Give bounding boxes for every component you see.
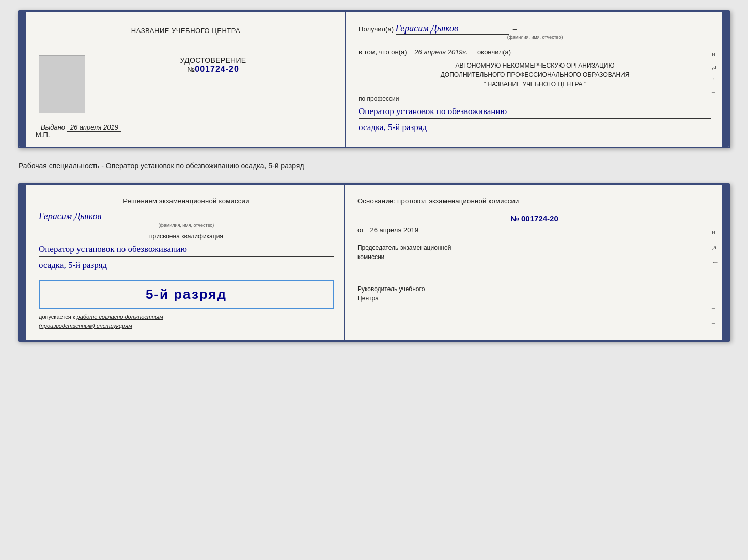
director-block: Руководитель учебного Центра xyxy=(357,284,711,317)
document-card-2: Решением экзаменационной комиссии Гераси… xyxy=(18,183,730,342)
date-prefix-2: от xyxy=(357,226,364,234)
doc-spine-left-1 xyxy=(19,12,26,147)
cert-number: 001724-20 xyxy=(195,65,239,73)
protocol-number: № 001724-20 xyxy=(357,214,711,223)
cert-title-1: УДОСТОВЕРЕНИЕ xyxy=(93,56,333,65)
date-line-2: от 26 апреля 2019 xyxy=(357,226,711,234)
qualification-block: Оператор установок по обезвоживанию осад… xyxy=(39,242,334,274)
recipient-line-2: Герасим Дьяков (фамилия, имя, отчество) xyxy=(39,211,334,228)
org-line2: ДОПОЛНИТЕЛЬНОГО ПРОФЕССИОНАЛЬНОГО ОБРАЗО… xyxy=(359,70,711,79)
confirmed-date-1: 26 апреля 2019г. xyxy=(412,48,470,56)
fio-label-1: (фамилия, имя, отчество) xyxy=(359,35,711,40)
doc-spine-right-2 xyxy=(722,185,729,340)
допускается-text: допускается к работе согласно должностны… xyxy=(39,313,334,330)
confirmed-text-1: в том, что он(а) xyxy=(359,48,407,56)
director-line1: Руководитель учебного xyxy=(357,285,425,293)
document-card-1: НАЗВАНИЕ УЧЕБНОГО ЦЕНТРА УДОСТОВЕРЕНИЕ №… xyxy=(18,10,730,148)
допускается-prefix: допускается к xyxy=(39,314,75,320)
doc-left-1: НАЗВАНИЕ УЧЕБНОГО ЦЕНТРА УДОСТОВЕРЕНИЕ №… xyxy=(26,12,346,147)
qualification-line2: осадка, 5-й разряд xyxy=(39,258,334,274)
received-line-1: Получил(а) Герасим Дьяков – (фамилия, им… xyxy=(359,23,711,40)
received-prefix: Получил(а) xyxy=(359,25,394,33)
right-dashes-1: ––и,а←–––– xyxy=(712,12,719,147)
recipient-name-1: Герасим Дьяков xyxy=(396,23,509,35)
director-signature-line xyxy=(357,306,440,317)
page-wrapper: НАЗВАНИЕ УЧЕБНОГО ЦЕНТРА УДОСТОВЕРЕНИЕ №… xyxy=(18,10,730,342)
school-name-header-1: НАЗВАНИЕ УЧЕБНОГО ЦЕНТРА xyxy=(39,26,333,36)
chairman-line2: комиссии xyxy=(357,253,384,261)
doc-left-2: Решением экзаменационной комиссии Гераси… xyxy=(26,185,345,340)
mp-label-1: М.П. xyxy=(36,131,50,138)
photo-placeholder-1 xyxy=(39,55,85,113)
rank-big: 5-й разряд xyxy=(146,286,227,302)
cert-number-label: № xyxy=(187,65,195,73)
right-dashes-2: ––и,а←–––– xyxy=(712,185,719,340)
profession-line1: Оператор установок по обезвоживанию xyxy=(359,104,711,119)
chairman-signature-line xyxy=(357,265,440,276)
chairman-line1: Председатель экзаменационной xyxy=(357,244,451,251)
protocol-number-block: № 001724-20 xyxy=(357,214,711,223)
osnov-title: Основание: протокол экзаменационной коми… xyxy=(357,196,711,206)
chairman-block: Председатель экзаменационной комиссии xyxy=(357,243,711,276)
fio-label-2: (фамилия, имя, отчество) xyxy=(39,222,334,228)
cert-number-display: №001724-20 xyxy=(93,65,333,74)
doc-spine-left-2 xyxy=(19,185,26,340)
допускается-suffix: (производственным) инструкциям xyxy=(39,323,132,329)
profession-line2: осадка, 5-й разряд xyxy=(359,120,711,136)
commission-title: Решением экзаменационной комиссии xyxy=(39,196,334,206)
protocol-date: 26 апреля 2019 xyxy=(366,226,423,234)
specialty-text: Рабочая специальность - Оператор установ… xyxy=(18,157,730,174)
org-line1: АВТОНОМНУЮ НЕКОММЕРЧЕСКУЮ ОРГАНИЗАЦИЮ xyxy=(359,61,711,70)
recipient-name-2: Герасим Дьяков xyxy=(39,211,152,222)
doc-right-2: Основание: протокол экзаменационной коми… xyxy=(345,185,722,340)
assigned-label: присвоена квалификация xyxy=(39,233,334,240)
допускается-underline: работе согласно должностным xyxy=(77,314,163,320)
org-line3: " НАЗВАНИЕ УЧЕБНОГО ЦЕНТРА " xyxy=(359,79,711,89)
doc-right-1: Получил(а) Герасим Дьяков – (фамилия, им… xyxy=(346,12,722,147)
qualification-line1: Оператор установок по обезвоживанию xyxy=(39,242,334,257)
cert-issued-1: Выдано 26 апреля 2019 xyxy=(39,123,333,131)
cert-info-1: УДОСТОВЕРЕНИЕ №001724-20 xyxy=(93,56,333,74)
rank-box: 5-й разряд xyxy=(39,280,334,309)
org-block-1: АВТОНОМНУЮ НЕКОММЕРЧЕСКУЮ ОРГАНИЗАЦИЮ ДО… xyxy=(359,61,711,89)
doc-spine-right-1 xyxy=(722,12,729,147)
confirmed-line-1: в том, что он(а) 26 апреля 2019г. окончи… xyxy=(359,48,711,56)
director-label: Руководитель учебного Центра xyxy=(357,284,711,303)
director-line2: Центра xyxy=(357,295,379,302)
issued-date: 26 апреля 2019 xyxy=(67,123,121,132)
profession-label-1: по профессии xyxy=(359,95,711,102)
chairman-label: Председатель экзаменационной комиссии xyxy=(357,243,711,262)
completed-label-1: окончил(а) xyxy=(477,48,511,56)
